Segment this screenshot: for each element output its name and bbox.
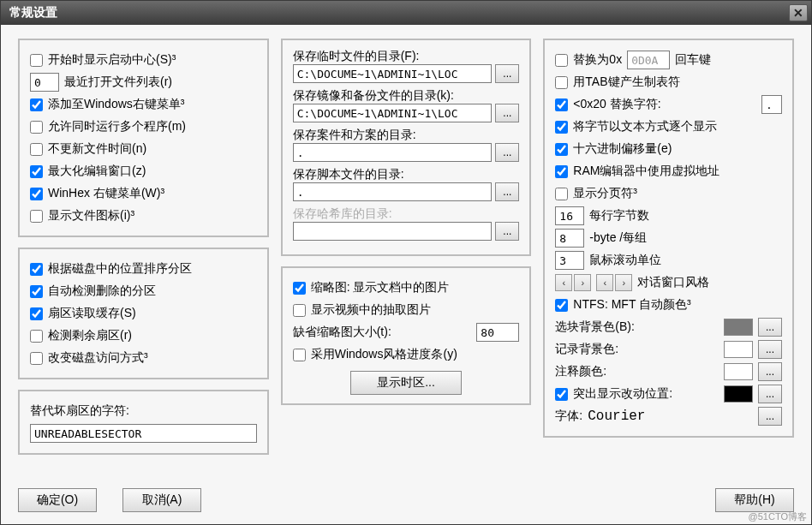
close-icon[interactable]: ✕ <box>789 4 808 21</box>
in-scroll[interactable] <box>555 251 584 270</box>
cb-win-progress[interactable] <box>293 349 306 361</box>
lb-hash-path: 保存哈希库的目录: <box>293 206 520 222</box>
lb-show-startup: 开始时显示启动中心(S)³ <box>48 52 176 68</box>
cb-winhex-menu[interactable] <box>30 188 43 200</box>
arrow-right-2[interactable]: › <box>615 274 632 291</box>
lb-ram-virt: RAM编辑器中使用虚拟地址 <box>573 164 719 179</box>
group-startup: 开始时显示启动中心(S)³ 最近打开文件列表(r) 添加至Windows右键菜单… <box>18 39 269 237</box>
help-button[interactable]: 帮助(H) <box>715 488 794 512</box>
lb-dlg-style: 对话窗口风格 <box>637 275 709 290</box>
in-case-path[interactable] <box>293 143 493 162</box>
browse-script[interactable]: ... <box>495 182 519 201</box>
in-temp-path[interactable] <box>293 64 493 83</box>
lb-scroll: 鼠标滚动单位 <box>589 253 661 268</box>
swatch-cmt[interactable] <box>724 363 753 380</box>
lb-detect-deleted: 自动检测删除的分区 <box>48 283 156 299</box>
group-disk: 根据磁盘中的位置排序分区 自动检测删除的分区 扇区读取缓存(S) 检测剩余扇区(… <box>18 248 269 379</box>
lb-case-path: 保存案件和方案的目录: <box>293 128 520 143</box>
browse-case[interactable]: ... <box>495 143 519 162</box>
swatch-rec-bg[interactable] <box>724 341 753 358</box>
cancel-button[interactable]: 取消(A) <box>122 488 201 512</box>
lb-thumb-video: 显示视频中的抽取图片 <box>311 302 431 318</box>
cb-detect-deleted[interactable] <box>30 285 43 298</box>
pick-font[interactable]: ... <box>758 407 782 426</box>
lb-recent-count: 最近打开文件列表(r) <box>64 75 172 90</box>
in-bpl[interactable] <box>555 206 584 225</box>
lb-detect-left: 检测剩余扇区(r) <box>48 328 132 343</box>
cb-no-update-time[interactable] <box>30 143 43 156</box>
lb-win-progress: 采用Windows风格进度条(y) <box>311 347 457 362</box>
window-title: 常规设置 <box>9 5 57 21</box>
cb-tab-makes[interactable] <box>555 76 568 89</box>
group-thumbs: 缩略图: 显示文档中的图片 显示视频中的抽取图片 缺省缩略图大小(t): 采用W… <box>281 266 532 405</box>
arrow-right-1[interactable]: › <box>574 274 591 291</box>
arrow-left-1[interactable]: ‹ <box>555 274 572 291</box>
cb-show-startup[interactable] <box>30 54 43 67</box>
cb-allow-multi[interactable] <box>30 121 43 134</box>
val-font: Courier <box>588 409 645 424</box>
in-bpg[interactable] <box>555 229 584 248</box>
in-def-thumb[interactable] <box>476 323 519 342</box>
browse-temp[interactable]: ... <box>495 64 519 83</box>
lb-allow-multi: 允许同时运行多个程序(m) <box>48 119 186 134</box>
in-recent-count[interactable] <box>30 73 59 92</box>
cb-ntfs[interactable] <box>555 299 568 312</box>
title-bar: 常规设置 ✕ <box>1 1 811 25</box>
btn-timezone[interactable]: 显示时区... <box>350 371 462 395</box>
swatch-hl[interactable] <box>724 385 753 403</box>
in-bad-sector[interactable] <box>30 424 257 443</box>
pick-cmt[interactable]: ... <box>758 362 782 381</box>
cb-sort-by-pos[interactable] <box>30 263 43 276</box>
lb-script-path: 保存脚本文件的目录: <box>293 167 520 182</box>
cb-page-marker[interactable] <box>555 188 568 200</box>
lb-thumb-doc: 缩略图: 显示文档中的图片 <box>311 280 450 295</box>
cb-lt20[interactable] <box>555 98 568 111</box>
lb-sector-cache: 扇区读取缓存(S) <box>48 306 136 321</box>
pick-hl[interactable]: ... <box>758 385 782 403</box>
lb-bpg: -byte /每组 <box>589 230 647 246</box>
swatch-sel-bg[interactable] <box>724 319 753 336</box>
browse-img[interactable]: ... <box>495 104 519 122</box>
lb-def-thumb: 缺省缩略图大小(t): <box>293 325 391 340</box>
cb-byte-text[interactable] <box>555 121 568 134</box>
lb-img-path: 保存镜像和备份文件的目录(k): <box>293 88 520 104</box>
lb-replace-0x: 替换为0x <box>573 52 622 68</box>
cb-detect-left[interactable] <box>30 330 43 343</box>
lb-tab-makes: 用TAB键产生制表符 <box>573 75 679 90</box>
lb-ntfs: NTFS: MFT 自动颜色³ <box>573 297 690 313</box>
ok-button[interactable]: 确定(O) <box>18 488 97 512</box>
cb-ram-virt[interactable] <box>555 165 568 178</box>
in-hash-path <box>293 222 493 241</box>
arrow-left-2[interactable]: ‹ <box>596 274 613 291</box>
lb-show-icons: 显示文件图标(i)³ <box>48 208 134 224</box>
lb-lt20: <0x20 替换字符: <box>573 97 660 112</box>
cb-thumb-video[interactable] <box>293 304 306 317</box>
pick-rec-bg[interactable]: ... <box>758 340 782 359</box>
lb-enter-key: 回车键 <box>675 52 711 68</box>
lb-sel-bg: 选块背景色(B): <box>555 319 635 335</box>
cb-show-icons[interactable] <box>30 210 43 223</box>
cb-replace-0x[interactable] <box>555 54 568 67</box>
in-img-path[interactable] <box>293 104 493 122</box>
pick-sel-bg[interactable]: ... <box>758 318 782 337</box>
lb-sort-by-pos: 根据磁盘中的位置排序分区 <box>48 261 192 277</box>
browse-hash[interactable]: ... <box>495 222 519 241</box>
lb-hex-offset: 十六进制偏移量(e) <box>573 141 672 157</box>
in-lt20[interactable] <box>761 95 782 114</box>
lb-temp-path: 保存临时文件的目录(F): <box>293 49 520 64</box>
cb-change-access[interactable] <box>30 352 43 365</box>
cb-thumb-doc[interactable] <box>293 282 306 295</box>
in-script-path[interactable] <box>293 182 493 201</box>
cb-add-win-menu[interactable] <box>30 98 43 111</box>
lb-byte-text: 将字节以文本方式逐个显示 <box>573 119 717 134</box>
cb-sector-cache[interactable] <box>30 307 43 320</box>
lb-bpl: 每行字节数 <box>589 208 649 224</box>
lb-max-editor: 最大化编辑窗口(z) <box>48 164 146 179</box>
cb-hl-change[interactable] <box>555 388 568 401</box>
lb-cmt: 注释颜色: <box>555 364 606 379</box>
lb-no-update-time: 不更新文件时间(n) <box>48 141 146 157</box>
cb-hex-offset[interactable] <box>555 143 568 156</box>
cb-max-editor[interactable] <box>30 165 43 178</box>
watermark: @51CTO博客 <box>749 510 807 523</box>
lb-winhex-menu: WinHex 右键菜单(W)³ <box>48 186 164 201</box>
